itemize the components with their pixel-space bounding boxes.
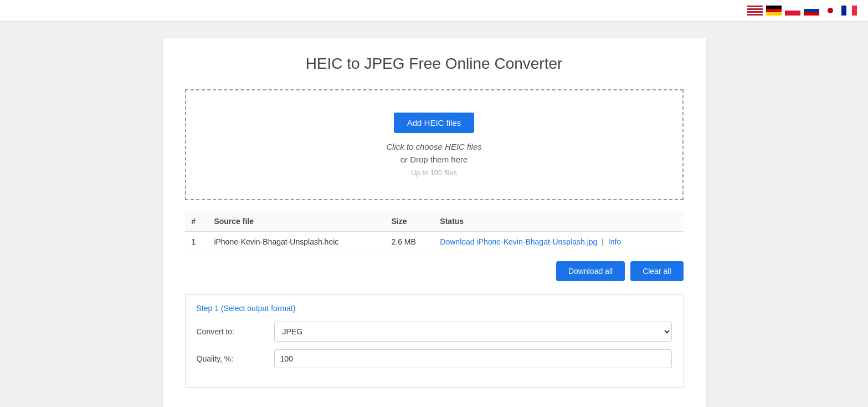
- action-row: Download all Clear all: [185, 261, 684, 281]
- convert-to-label: Convert to:: [197, 327, 274, 336]
- step-section: Step 1 (Select output format) Convert to…: [185, 294, 684, 388]
- cell-status: Download iPhone-Kevin-Bhagat-Unsplash.jp…: [433, 232, 683, 252]
- flag-jp[interactable]: [823, 6, 838, 16]
- flag-pl[interactable]: [785, 6, 800, 16]
- click-text: Click to choose HEIC files: [197, 142, 671, 151]
- quality-label: Quality, %:: [197, 354, 274, 363]
- drop-text: or Drop them here: [197, 155, 671, 164]
- col-number: #: [185, 211, 208, 232]
- download-link[interactable]: Download iPhone-Kevin-Bhagat-Unsplash.jp…: [440, 237, 597, 246]
- add-heic-button[interactable]: Add HEIC files: [394, 113, 475, 133]
- col-source-file: Source file: [207, 211, 384, 232]
- convert-to-select[interactable]: JPEGPNGWebPBMPTIFF: [274, 322, 672, 342]
- quality-input[interactable]: [274, 349, 672, 368]
- main-content: HEIC to JPEG Free Online Converter Add H…: [0, 22, 868, 407]
- table-row: 1 iPhone-Kevin-Bhagat-Unsplash.heic 2.6 …: [185, 232, 684, 252]
- page-title: HEIC to JPEG Free Online Converter: [185, 55, 684, 73]
- table-header-row: # Source file Size Status: [185, 211, 684, 232]
- download-all-button[interactable]: Download all: [556, 261, 625, 281]
- cell-number: 1: [185, 232, 208, 252]
- top-bar: [0, 0, 868, 22]
- cell-source-file: iPhone-Kevin-Bhagat-Unsplash.heic: [207, 232, 384, 252]
- language-flags: [747, 6, 857, 16]
- flag-fr[interactable]: [841, 6, 857, 16]
- separator: |: [602, 237, 606, 246]
- info-link[interactable]: Info: [608, 237, 621, 246]
- file-table: # Source file Size Status 1 iPhone-Kevin…: [185, 211, 684, 252]
- flag-de[interactable]: [766, 6, 782, 16]
- converter-card: HEIC to JPEG Free Online Converter Add H…: [163, 38, 706, 407]
- flag-ru[interactable]: [804, 6, 819, 16]
- flag-us[interactable]: [747, 6, 763, 16]
- cell-size: 2.6 MB: [384, 232, 433, 252]
- convert-to-row: Convert to: JPEGPNGWebPBMPTIFF: [197, 322, 672, 342]
- clear-all-button[interactable]: Clear all: [630, 261, 683, 281]
- quality-row: Quality, %:: [197, 349, 672, 368]
- limit-text: Up to 100 files: [197, 169, 671, 177]
- col-size: Size: [384, 211, 433, 232]
- drop-zone[interactable]: Add HEIC files Click to choose HEIC file…: [185, 89, 684, 200]
- col-status: Status: [433, 211, 683, 232]
- step-title[interactable]: Step 1 (Select output format): [197, 304, 672, 313]
